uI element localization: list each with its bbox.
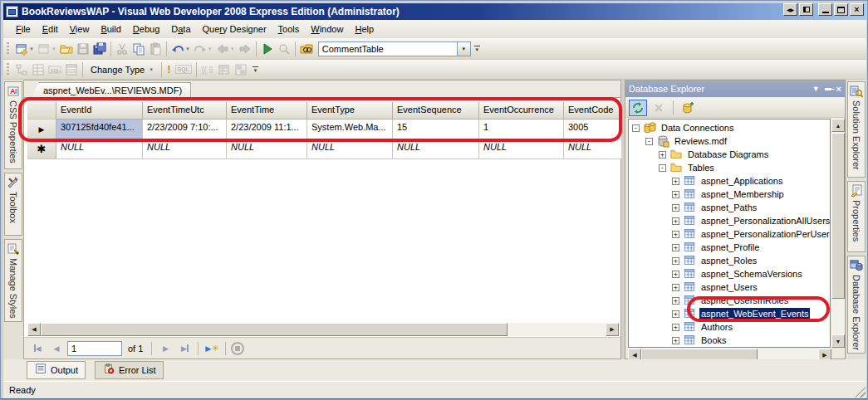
- table-combobox-input[interactable]: [318, 41, 458, 56]
- menu-edit[interactable]: Edit: [37, 22, 64, 37]
- add-table-button[interactable]: [216, 61, 233, 79]
- grid-cell[interactable]: NULL: [56, 139, 143, 159]
- title-bar[interactable]: BookReviewsWAP - Visual Web Developer 20…: [3, 3, 866, 20]
- scroll-right-icon[interactable]: ▶: [606, 323, 619, 336]
- cut-button[interactable]: [114, 40, 130, 58]
- expand-icon[interactable]: +: [672, 257, 679, 265]
- previous-record-button[interactable]: ◀: [48, 340, 65, 357]
- expand-icon[interactable]: +: [672, 297, 679, 305]
- expand-icon[interactable]: +: [672, 204, 679, 212]
- tree-item-bookauthors[interactable]: +BookAuthors: [629, 347, 830, 348]
- expand-icon[interactable]: +: [672, 324, 679, 331]
- auto-hide-pin-button[interactable]: [825, 85, 831, 93]
- tool-tab-database-explorer[interactable]: Database Explorer: [847, 256, 866, 354]
- last-record-button[interactable]: ▶: [176, 340, 193, 357]
- restore-window-button[interactable]: [799, 3, 813, 16]
- new-record-button[interactable]: ▶✳: [204, 340, 220, 357]
- results-pane-button[interactable]: [63, 61, 80, 79]
- add-item-button[interactable]: ▼: [36, 40, 58, 58]
- tree-item-aspnet_personalizationperuser[interactable]: +aspnet_PersonalizationPerUser: [629, 227, 830, 241]
- scrollbar-thumb[interactable]: [41, 323, 508, 336]
- next-record-button[interactable]: ▶: [157, 340, 174, 357]
- refresh-button[interactable]: [629, 100, 647, 116]
- tree-item-aspnet_webevent_events[interactable]: +aspnet_WebEvent_Events: [629, 307, 830, 320]
- grid-cell[interactable]: NULL: [479, 139, 564, 159]
- tree-item-aspnet_roles[interactable]: +aspnet_Roles: [629, 254, 830, 267]
- tree-item-aspnet_applications[interactable]: +aspnet_Applications: [629, 174, 830, 188]
- expand-icon[interactable]: +: [672, 337, 679, 344]
- paste-button[interactable]: [147, 40, 164, 58]
- collapse-icon[interactable]: -: [659, 164, 666, 172]
- undo-button[interactable]: ▼: [169, 40, 192, 58]
- stop-refresh-button[interactable]: [650, 100, 668, 116]
- find-button[interactable]: [276, 40, 292, 58]
- tree-item-aspnet_membership[interactable]: +aspnet_Membership: [629, 188, 830, 201]
- expand-icon[interactable]: +: [672, 284, 679, 291]
- diagram-pane-button[interactable]: [13, 61, 30, 79]
- data-source-button[interactable]: [298, 40, 315, 58]
- maximize-button[interactable]: [834, 3, 848, 16]
- navigate-back-button[interactable]: ▼: [214, 40, 237, 58]
- grid-cell[interactable]: NULL: [564, 139, 626, 159]
- grid-cell[interactable]: 1: [479, 120, 564, 139]
- menu-file[interactable]: File: [10, 22, 37, 37]
- start-debug-button[interactable]: [259, 40, 276, 58]
- add-new-diagram-button[interactable]: [233, 61, 249, 79]
- menu-window[interactable]: Window: [305, 22, 349, 37]
- toolbar-grip[interactable]: [7, 42, 9, 56]
- table-combobox[interactable]: ▼: [318, 41, 471, 56]
- menu-debug[interactable]: Debug: [127, 22, 165, 37]
- expand-icon[interactable]: +: [672, 191, 679, 198]
- resize-grip[interactable]: [855, 387, 866, 398]
- column-header-eventid[interactable]: EventId: [56, 102, 143, 120]
- tree-item-authors[interactable]: +Authors: [629, 320, 830, 334]
- expand-icon[interactable]: +: [672, 244, 679, 251]
- row-header[interactable]: ✱: [27, 139, 56, 159]
- tree-item-aspnet_schemaversions[interactable]: +aspnet_SchemaVersions: [629, 267, 830, 280]
- tree-item-aspnet_personalizationallusers[interactable]: +aspnet_PersonalizationAllUsers: [629, 214, 830, 227]
- panel-close-button[interactable]: ×: [836, 84, 841, 94]
- stop-retrieval-button[interactable]: [231, 342, 244, 355]
- tree-item-reviews.mdf[interactable]: -Reviews.mdf: [629, 134, 830, 148]
- scroll-left-icon[interactable]: ◀: [27, 323, 41, 336]
- collapse-icon[interactable]: -: [632, 124, 640, 132]
- tree-item-database diagrams[interactable]: +Database Diagrams: [629, 148, 830, 161]
- first-record-button[interactable]: ◀: [29, 340, 46, 357]
- expand-icon[interactable]: +: [672, 231, 679, 238]
- save-all-button[interactable]: [91, 40, 108, 58]
- menu-view[interactable]: View: [64, 22, 96, 37]
- copy-button[interactable]: [130, 40, 147, 58]
- grid-corner-cell[interactable]: [27, 102, 56, 120]
- toolbar-overflow-button[interactable]: ▼: [474, 46, 480, 51]
- grid-cell[interactable]: NULL: [227, 139, 307, 159]
- tree-vertical-scrollbar[interactable]: ▲ ▼: [831, 119, 845, 348]
- chevron-down-icon[interactable]: ▼: [458, 41, 471, 56]
- column-header-eventtimeutc[interactable]: EventTimeUtc: [143, 102, 227, 120]
- column-header-eventcode[interactable]: EventCode: [564, 102, 626, 120]
- tree-item-aspnet_profile[interactable]: +aspnet_Profile: [629, 241, 830, 254]
- column-header-eventtime[interactable]: EventTime: [227, 102, 307, 120]
- sql-pane-button[interactable]: SQL: [47, 61, 63, 79]
- redo-button[interactable]: ▼: [192, 40, 214, 58]
- document-tab[interactable]: aspnet_WebEv...\REVIEWS.MDF): [31, 82, 191, 98]
- minimize-button[interactable]: [818, 3, 832, 16]
- grid-cell[interactable]: NULL: [307, 139, 393, 159]
- menu-help[interactable]: Help: [349, 22, 380, 37]
- add-connection-button[interactable]: [679, 100, 697, 116]
- grid-cell[interactable]: System.Web.Ma...: [307, 120, 393, 139]
- menu-build[interactable]: Build: [95, 22, 126, 37]
- menu-tools[interactable]: Tools: [272, 22, 306, 37]
- tool-tab-css-properties[interactable]: ACSS Properties: [4, 81, 22, 169]
- tab-output[interactable]: Output: [27, 361, 86, 379]
- column-header-eventtype[interactable]: EventType: [307, 102, 393, 120]
- scroll-down-icon[interactable]: ▼: [831, 334, 845, 348]
- column-header-eventsequence[interactable]: EventSequence: [393, 102, 479, 120]
- expand-icon[interactable]: +: [672, 217, 679, 225]
- grid-cell[interactable]: NULL: [143, 139, 227, 159]
- current-record-input[interactable]: [67, 341, 122, 356]
- tool-tab-toolbox[interactable]: Toolbox: [4, 173, 22, 236]
- tab-error-list[interactable]: Error List: [95, 361, 164, 379]
- collapse-icon[interactable]: -: [645, 138, 653, 145]
- database-explorer-title-bar[interactable]: Database Explorer ▼ ×: [625, 80, 845, 97]
- tree-item-aspnet_usersinroles[interactable]: +aspnet_UsersInRoles: [629, 294, 830, 307]
